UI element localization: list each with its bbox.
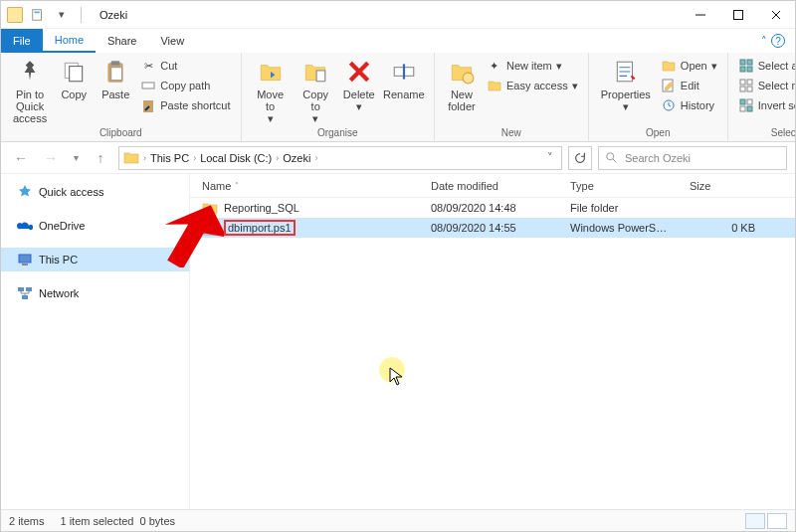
breadcrumb[interactable]: Ozeki	[283, 152, 310, 164]
properties-button[interactable]: Properties▾	[595, 55, 657, 114]
folder-icon	[202, 200, 218, 216]
recent-locations-button[interactable]: ▾	[69, 146, 83, 170]
copy-button[interactable]: Copy	[53, 55, 95, 102]
paste-shortcut-button[interactable]: Paste shortcut	[138, 96, 232, 114]
paste-button[interactable]: Paste	[95, 55, 136, 102]
help-icon[interactable]: ?	[771, 34, 785, 48]
list-item[interactable]: dbimport.ps1 08/09/2020 14:55 Windows Po…	[190, 218, 795, 238]
main-pane: Quick access OneDrive This PC Network Na…	[1, 174, 795, 509]
open-button[interactable]: Open ▾	[659, 57, 719, 75]
delete-button[interactable]: Delete▾	[338, 55, 380, 114]
ribbon-group-open: Properties▾ Open ▾ Edit History Open	[589, 53, 728, 141]
up-button[interactable]: ↑	[89, 146, 112, 170]
paste-icon	[100, 57, 130, 87]
sidebar-item-onedrive[interactable]: OneDrive	[1, 214, 189, 238]
select-none-button[interactable]: Select none	[736, 77, 796, 94]
svg-point-18	[463, 73, 474, 84]
star-icon	[17, 184, 33, 200]
col-name[interactable]: Name ˄	[198, 180, 427, 192]
titlebar: ▾ Ozeki	[1, 1, 795, 29]
cloud-icon	[17, 218, 33, 234]
rename-icon	[389, 57, 419, 87]
svg-rect-0	[33, 9, 42, 20]
new-item-button[interactable]: ✦New item ▾	[485, 57, 580, 75]
svg-rect-27	[747, 80, 752, 85]
qat-properties-icon[interactable]	[29, 6, 47, 24]
ps1-file-icon	[202, 220, 218, 236]
tab-file[interactable]: File	[1, 29, 43, 53]
copy-path-button[interactable]: Copy path	[138, 77, 232, 94]
sidebar-item-thispc[interactable]: This PC	[1, 248, 189, 271]
ribbon-group-select: Select all Select none Invert selection …	[728, 53, 796, 141]
close-button[interactable]	[757, 1, 795, 29]
scissors-icon: ✂	[140, 58, 156, 74]
svg-rect-13	[316, 71, 325, 82]
select-none-icon	[738, 78, 754, 93]
view-large-button[interactable]	[767, 513, 787, 529]
tab-home[interactable]: Home	[43, 29, 96, 53]
nav-tree: Quick access OneDrive This PC Network	[1, 174, 190, 509]
group-label-organise: Organise	[248, 126, 428, 141]
col-date[interactable]: Date modified	[427, 180, 566, 192]
cursor-highlight	[379, 357, 405, 383]
col-size[interactable]: Size	[686, 180, 765, 192]
breadcrumb[interactable]: This PC	[150, 152, 189, 164]
ribbon-collapse[interactable]: ˄ ?	[761, 34, 795, 48]
new-folder-button[interactable]: New folder	[441, 55, 483, 114]
pin-quick-access-button[interactable]: Pin to Quick access	[7, 55, 53, 126]
svg-rect-24	[740, 67, 745, 72]
svg-rect-38	[18, 287, 24, 291]
file-list: Name ˄ Date modified Type Size Reporting…	[190, 174, 795, 509]
address-bar[interactable]: › This PC› Local Disk (C:)› Ozeki› ˅	[118, 146, 562, 170]
copy-to-icon	[300, 57, 330, 87]
easy-access-button[interactable]: Easy access ▾	[485, 77, 580, 94]
select-all-button[interactable]: Select all	[736, 57, 796, 75]
maximize-button[interactable]	[719, 1, 757, 29]
minimize-button[interactable]	[682, 1, 719, 29]
tab-view[interactable]: View	[148, 29, 196, 53]
svg-rect-39	[26, 287, 32, 291]
view-details-button[interactable]	[745, 513, 765, 529]
delete-icon	[344, 57, 374, 87]
move-to-button[interactable]: Move to▾	[248, 55, 294, 126]
svg-rect-33	[740, 106, 745, 111]
svg-rect-32	[747, 99, 752, 104]
tab-share[interactable]: Share	[96, 29, 148, 53]
select-all-icon	[738, 58, 754, 74]
history-button[interactable]: History	[659, 96, 719, 114]
pc-icon	[17, 252, 33, 267]
sidebar-item-network[interactable]: Network	[1, 281, 189, 305]
svg-rect-1	[35, 11, 40, 13]
forward-button[interactable]: →	[39, 146, 63, 170]
rename-button[interactable]: Rename	[380, 55, 428, 102]
svg-rect-7	[70, 67, 83, 82]
sidebar-item-quick-access[interactable]: Quick access	[1, 180, 189, 204]
svg-rect-40	[22, 295, 28, 299]
refresh-button[interactable]	[568, 146, 592, 170]
group-label-clipboard: Clipboard	[7, 126, 235, 141]
svg-rect-10	[111, 68, 122, 81]
cursor-icon	[389, 367, 405, 390]
edit-button[interactable]: Edit	[659, 77, 719, 94]
group-label-open: Open	[595, 126, 721, 141]
qat-dropdown-icon[interactable]: ▾	[53, 6, 71, 24]
svg-point-34	[607, 152, 614, 159]
move-icon	[256, 57, 286, 87]
status-item-count: 2 items	[9, 515, 44, 527]
ribbon-group-clipboard: Pin to Quick access Copy Paste ✂Cut Copy…	[1, 53, 242, 141]
column-headers: Name ˄ Date modified Type Size	[190, 174, 795, 198]
copy-to-button[interactable]: Copy to▾	[294, 55, 338, 126]
breadcrumb[interactable]: Local Disk (C:)	[200, 152, 272, 164]
list-item[interactable]: Reporting_SQL 08/09/2020 14:48 File fold…	[190, 198, 795, 218]
back-button[interactable]: ←	[9, 146, 33, 170]
svg-rect-25	[747, 67, 752, 72]
status-bar: 2 items 1 item selected 0 bytes	[1, 509, 795, 531]
cut-button[interactable]: ✂Cut	[138, 57, 232, 75]
addr-history-dropdown[interactable]: ˅	[543, 151, 557, 164]
window-title: Ozeki	[92, 9, 127, 21]
svg-line-35	[613, 158, 617, 162]
search-input[interactable]: Search Ozeki	[598, 146, 787, 170]
col-type[interactable]: Type	[566, 180, 686, 192]
invert-selection-button[interactable]: Invert selection	[736, 96, 796, 114]
pin-icon	[15, 57, 45, 87]
